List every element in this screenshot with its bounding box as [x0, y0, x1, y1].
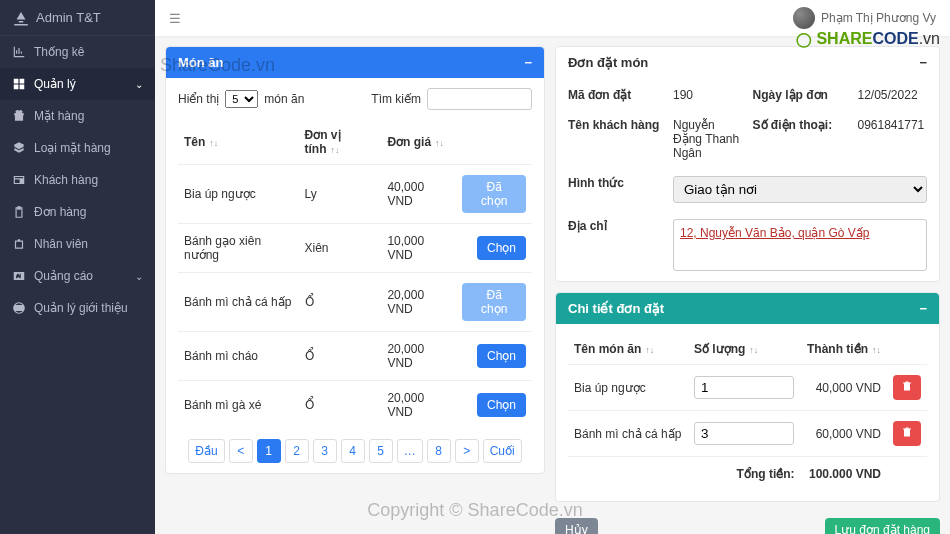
pager-prev[interactable]: <	[229, 439, 253, 463]
collapse-icon[interactable]: −	[919, 301, 927, 316]
sidebar-item-4[interactable]: Khách hàng	[0, 164, 155, 196]
sidebar-item-1[interactable]: Quản lý⌄	[0, 68, 155, 100]
table-row: Bánh mì cháoỔ20,000 VNDChọn	[178, 332, 532, 381]
table-row: Bánh gạo xiên nướngXiên10,000 VNDChọn	[178, 224, 532, 273]
table-row: Bia úp ngược40,000 VND	[568, 365, 927, 411]
col-amount[interactable]: Thành tiền↑↓	[801, 334, 887, 365]
select-button[interactable]: Chọn	[477, 393, 526, 417]
search-input[interactable]	[427, 88, 532, 110]
sidebar-item-8[interactable]: Quản lý giới thiệu	[0, 292, 155, 324]
pager-page[interactable]: 1	[257, 439, 281, 463]
card-icon	[12, 173, 26, 187]
pager-page[interactable]: 2	[285, 439, 309, 463]
order-panel: Đơn đặt món − Mã đơn đặt 190 Ngày lập đơ…	[555, 46, 940, 282]
user-menu[interactable]: Phạm Thị Phương Vy	[793, 7, 936, 29]
method-select[interactable]: Giao tận nơi	[673, 176, 927, 203]
total-value: 100.000 VND	[801, 457, 887, 492]
gift-icon	[12, 109, 26, 123]
sidebar-item-2[interactable]: Mặt hàng	[0, 100, 155, 132]
select-button[interactable]: Chọn	[477, 344, 526, 368]
save-button[interactable]: Lưu đơn đặt hàng	[825, 518, 940, 534]
topbar: ☰ Phạm Thị Phương Vy	[155, 0, 950, 36]
chevron-down-icon: ⌄	[135, 271, 143, 282]
brand[interactable]: Admin T&T	[0, 0, 155, 36]
delete-button[interactable]	[893, 421, 921, 446]
sidebar-item-5[interactable]: Đơn hàng	[0, 196, 155, 228]
pager-page[interactable]: 4	[341, 439, 365, 463]
table-row: Bánh mì gà xéỔ20,000 VNDChọn	[178, 381, 532, 430]
food-panel: Món ăn − Hiển thị 5 món ăn Tìm kiếm Tên↑…	[165, 46, 545, 474]
qty-input[interactable]	[694, 422, 794, 445]
pager-page[interactable]: 5	[369, 439, 393, 463]
cust-label: Tên khách hàng	[568, 118, 663, 160]
cell-amount: 60,000 VND	[801, 411, 887, 457]
sort-icon: ↑↓	[435, 138, 444, 148]
pager-page[interactable]: 8	[427, 439, 451, 463]
select-button[interactable]: Đã chọn	[462, 283, 526, 321]
col-item-name[interactable]: Tên món ăn↑↓	[568, 334, 688, 365]
cell-item: Bánh mì chả cá hấp	[568, 411, 688, 457]
table-row: Bánh mì chả cá hấpỔ20,000 VNDĐã chọn	[178, 273, 532, 332]
sidebar-item-6[interactable]: Nhân viên	[0, 228, 155, 260]
cell-name: Bánh mì gà xé	[178, 381, 299, 430]
detail-panel-title: Chi tiết đơn đặt	[568, 301, 664, 316]
pager-last[interactable]: Cuối	[483, 439, 522, 463]
order-id-label: Mã đơn đặt	[568, 88, 663, 102]
table-row: Bánh mì chả cá hấp60,000 VND	[568, 411, 927, 457]
collapse-icon[interactable]: −	[524, 55, 532, 70]
brand-text: Admin T&T	[36, 10, 101, 25]
cancel-button[interactable]: Hủy	[555, 518, 598, 534]
qty-input[interactable]	[694, 376, 794, 399]
select-button[interactable]: Chọn	[477, 236, 526, 260]
briefcase-icon	[12, 237, 26, 251]
cell-unit: Ly	[299, 165, 382, 224]
order-date-value: 12/05/2022	[858, 88, 928, 102]
pager-page[interactable]: 3	[313, 439, 337, 463]
pager-first[interactable]: Đầu	[188, 439, 224, 463]
col-qty[interactable]: Số lượng↑↓	[688, 334, 801, 365]
sort-icon: ↑↓	[209, 138, 218, 148]
addr-input[interactable]: 12, Nguyễn Văn Bảo, quận Gò Vấp	[673, 219, 927, 271]
sidebar-item-label: Thống kê	[34, 45, 84, 59]
sidebar-item-7[interactable]: Quảng cáo⌄	[0, 260, 155, 292]
col-price[interactable]: Đơn giá↑↓	[381, 120, 456, 165]
detail-panel: Chi tiết đơn đặt − Tên món ăn↑↓ Số lượng…	[555, 292, 940, 502]
trash-icon	[901, 426, 913, 438]
cell-amount: 40,000 VND	[801, 365, 887, 411]
sidebar-item-label: Khách hàng	[34, 173, 98, 187]
pager-next[interactable]: >	[455, 439, 479, 463]
phone-value: 0961841771	[858, 118, 928, 160]
show-label-pre: Hiển thị	[178, 92, 219, 106]
chevron-down-icon: ⌄	[135, 79, 143, 90]
sort-icon: ↑↓	[331, 145, 340, 155]
order-id-value: 190	[673, 88, 743, 102]
menu-toggle-icon[interactable]: ☰	[169, 11, 181, 26]
sidebar-item-0[interactable]: Thống kê	[0, 36, 155, 68]
food-table: Tên↑↓ Đơn vị tính↑↓ Đơn giá↑↓ Bia úp ngư…	[178, 120, 532, 429]
col-name[interactable]: Tên↑↓	[178, 120, 299, 165]
cell-unit: Ổ	[299, 273, 382, 332]
sort-icon: ↑↓	[749, 345, 758, 355]
ad-icon	[12, 269, 26, 283]
addr-label: Địa chỉ	[568, 219, 663, 271]
page-size-select[interactable]: 5	[225, 90, 258, 108]
cell-item: Bia úp ngược	[568, 365, 688, 411]
cubes-icon	[12, 141, 26, 155]
cell-price: 40,000 VND	[381, 165, 456, 224]
cust-value: Nguyễn Đặng Thanh Ngân	[673, 118, 743, 160]
cell-price: 20,000 VND	[381, 332, 456, 381]
sidebar-item-label: Đơn hàng	[34, 205, 86, 219]
food-panel-title: Món ăn	[178, 55, 224, 70]
select-button[interactable]: Đã chọn	[462, 175, 526, 213]
cell-price: 20,000 VND	[381, 273, 456, 332]
sidebar-item-3[interactable]: Loại mặt hàng	[0, 132, 155, 164]
cell-name: Bánh mì chả cá hấp	[178, 273, 299, 332]
sidebar-item-label: Mặt hàng	[34, 109, 84, 123]
delete-button[interactable]	[893, 375, 921, 400]
collapse-icon[interactable]: −	[919, 55, 927, 70]
col-unit[interactable]: Đơn vị tính↑↓	[299, 120, 382, 165]
show-label-post: món ăn	[264, 92, 304, 106]
pager-ellipsis[interactable]: …	[397, 439, 423, 463]
cell-unit: Ổ	[299, 332, 382, 381]
sidebar: Admin T&T Thống kêQuản lý⌄Mặt hàngLoại m…	[0, 0, 155, 534]
